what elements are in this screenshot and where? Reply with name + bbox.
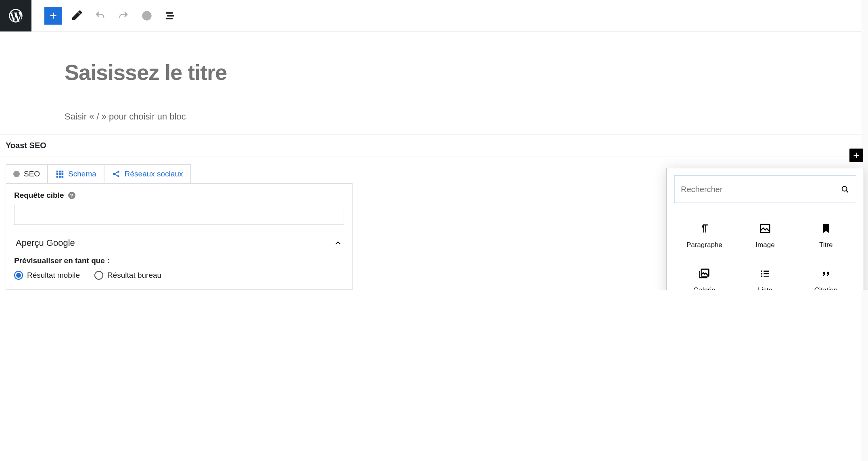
focus-keyword-label: Requête cible ? (14, 191, 344, 200)
block-item-quote[interactable]: Citation (795, 260, 856, 290)
yoast-panel-title: Yoast SEO (0, 134, 868, 157)
block-label: Liste (758, 286, 772, 290)
svg-rect-21 (62, 176, 64, 178)
svg-rect-13 (56, 171, 58, 173)
block-prompt-text[interactable]: Saisir « / » pour choisir un bloc (65, 111, 803, 122)
svg-rect-14 (59, 171, 61, 173)
wordpress-logo-button[interactable] (0, 0, 31, 31)
wordpress-icon (8, 8, 24, 24)
grid-icon (55, 170, 64, 178)
svg-rect-16 (56, 173, 58, 175)
block-item-heading[interactable]: Titre (795, 215, 856, 256)
help-icon[interactable]: ? (68, 192, 75, 199)
tab-schema[interactable]: Schema (48, 164, 104, 183)
info-icon (141, 10, 152, 21)
image-icon (759, 222, 771, 235)
svg-point-11 (761, 275, 762, 277)
undo-icon (94, 10, 106, 21)
radio-label: Résultat mobile (27, 271, 80, 280)
tools-button[interactable] (68, 7, 86, 25)
post-title-input[interactable] (65, 60, 803, 85)
tab-label: SEO (24, 170, 40, 178)
paragraph-icon (698, 222, 710, 235)
editor-canvas: Saisir « / » pour choisir un bloc Paragr… (0, 31, 868, 122)
tab-social[interactable]: Réseaux sociaux (104, 164, 191, 183)
svg-rect-15 (62, 171, 64, 173)
block-label: Citation (814, 286, 838, 290)
block-grid: Paragraphe Image Titre Galerie Liste (674, 215, 856, 290)
redo-button[interactable] (115, 7, 132, 25)
focus-keyword-text: Requête cible (14, 191, 64, 200)
radio-unchecked-icon (94, 271, 103, 280)
redo-icon (118, 10, 129, 21)
tab-seo[interactable]: SEO (6, 164, 48, 183)
block-inserter-panel: Paragraphe Image Titre Galerie Liste (666, 168, 864, 290)
list-icon (759, 268, 771, 280)
block-item-image[interactable]: Image (735, 215, 796, 256)
block-inserter-button[interactable] (44, 7, 62, 25)
block-label: Paragraphe (686, 241, 722, 249)
block-item-gallery[interactable]: Galerie (674, 260, 735, 290)
inline-inserter-button[interactable] (849, 149, 863, 162)
tab-label: Schema (68, 170, 96, 178)
pencil-icon (71, 10, 82, 21)
block-item-list[interactable]: Liste (735, 260, 796, 290)
list-view-icon (165, 10, 176, 21)
svg-rect-18 (62, 173, 64, 175)
radio-desktop[interactable]: Résultat bureau (94, 271, 161, 280)
svg-rect-8 (764, 271, 769, 272)
share-icon (112, 170, 121, 178)
plus-icon (852, 151, 861, 160)
quote-icon (820, 268, 832, 280)
block-label: Image (755, 241, 774, 249)
svg-point-7 (761, 270, 762, 272)
accordion-title: Aperçu Google (16, 238, 75, 248)
outline-button[interactable] (161, 7, 179, 25)
radio-mobile[interactable]: Résultat mobile (14, 271, 80, 280)
block-search-input[interactable] (681, 185, 841, 194)
google-preview-accordion: Aperçu Google Prévisualiser en tant que … (14, 233, 344, 280)
svg-rect-19 (56, 176, 58, 178)
svg-point-9 (761, 273, 762, 275)
preview-radio-group: Résultat mobile Résultat bureau (14, 271, 344, 280)
status-dot-icon (13, 171, 20, 177)
google-preview-header[interactable]: Aperçu Google (14, 233, 344, 253)
yoast-tab-content: Requête cible ? Aperçu Google Prévisuali… (6, 183, 353, 290)
details-button[interactable] (138, 7, 156, 25)
svg-rect-20 (59, 176, 61, 178)
toolbar-actions (31, 7, 179, 25)
block-search-box[interactable] (674, 176, 856, 203)
editor-top-bar (0, 0, 868, 31)
svg-point-3 (842, 186, 847, 191)
svg-rect-17 (59, 173, 61, 175)
radio-label: Résultat bureau (107, 271, 161, 280)
plus-icon (48, 10, 58, 21)
block-label: Titre (819, 241, 833, 249)
svg-point-2 (146, 13, 148, 14)
tab-label: Réseaux sociaux (125, 170, 183, 178)
preview-as-label: Prévisualiser en tant que : (14, 256, 344, 265)
radio-checked-icon (14, 271, 23, 280)
svg-rect-12 (764, 276, 769, 277)
chevron-up-icon (334, 239, 342, 247)
svg-line-4 (846, 191, 848, 192)
gallery-icon (698, 268, 710, 280)
bookmark-icon (820, 222, 832, 235)
search-icon (841, 185, 849, 194)
block-label: Galerie (693, 286, 716, 290)
undo-button[interactable] (91, 7, 109, 25)
focus-keyword-input[interactable] (14, 205, 344, 225)
block-item-paragraph[interactable]: Paragraphe (674, 215, 735, 256)
svg-rect-10 (764, 273, 769, 275)
